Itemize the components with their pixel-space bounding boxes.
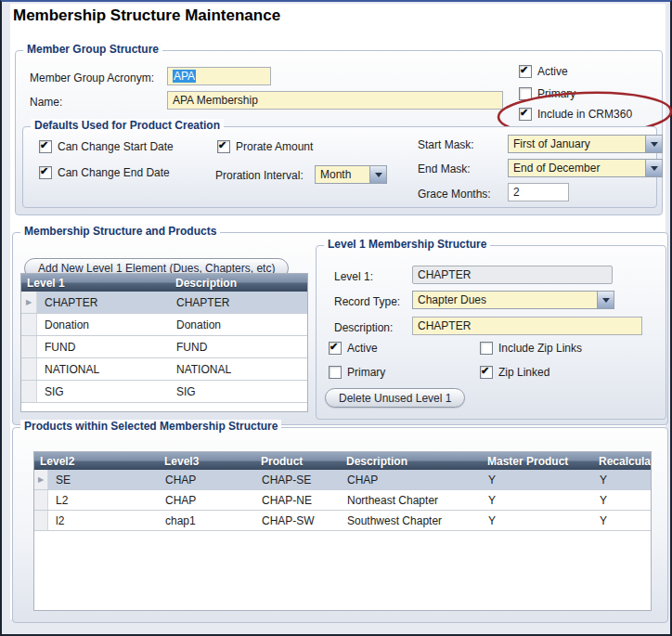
table-cell: l2: [48, 511, 160, 530]
include-crm360-checkbox-label: Include in CRM360: [537, 108, 632, 121]
grace-months-input[interactable]: 2: [508, 183, 569, 201]
can-change-start-date-checkbox[interactable]: Can Change Start Date: [39, 140, 174, 153]
table-row[interactable]: DonationDonation: [21, 314, 307, 336]
table-cell: Northeast Chapter: [342, 490, 483, 510]
description-label: Description:: [334, 321, 393, 334]
proration-interval-select[interactable]: Month: [315, 165, 387, 184]
start-mask-label: Start Mask:: [418, 138, 474, 151]
checkbox-icon: [519, 87, 532, 100]
column-header[interactable]: Level3: [159, 455, 255, 468]
prorate-amount-checkbox[interactable]: Prorate Amount: [217, 140, 313, 153]
level1-table: Level 1Description▶CHAPTERCHAPTERDonatio…: [20, 273, 308, 412]
page-title: Membership Structure Maintenance: [13, 6, 280, 25]
level1-panel-legend: Level 1 Membership Structure: [324, 238, 490, 251]
can-change-start-date-label: Can Change Start Date: [58, 140, 174, 153]
column-header[interactable]: Master Product: [482, 455, 593, 468]
checkbox-icon: [329, 366, 342, 379]
delete-unused-level1-button[interactable]: Delete Unused Level 1: [325, 388, 465, 408]
zip-linked-label: Zip Linked: [498, 366, 549, 379]
level1-active-label: Active: [347, 342, 378, 355]
row-selector[interactable]: [21, 381, 37, 402]
row-selector[interactable]: [34, 490, 48, 510]
dropdown-arrow-icon[interactable]: [597, 292, 614, 308]
application-window: Membership Structure Maintenance Member …: [0, 0, 672, 636]
table-cell: NATIONAL: [176, 358, 307, 380]
start-mask-select[interactable]: First of January: [508, 135, 663, 153]
row-selector[interactable]: ▶: [21, 292, 37, 313]
row-selector[interactable]: [21, 336, 37, 357]
dropdown-arrow-icon[interactable]: [645, 160, 662, 176]
table-cell: FUND: [37, 336, 176, 357]
level1-primary-checkbox[interactable]: Primary: [329, 366, 385, 379]
table-row[interactable]: FUNDFUND: [21, 336, 307, 358]
checkbox-icon: [519, 65, 532, 78]
table-cell: FUND: [176, 336, 307, 357]
table-cell: Y: [594, 511, 651, 530]
active-checkbox[interactable]: Active: [519, 65, 568, 78]
column-header[interactable]: Recalculate: [593, 455, 651, 468]
end-mask-label: End Mask:: [418, 162, 471, 175]
row-selector[interactable]: [21, 358, 37, 380]
include-zip-links-label: Include Zip Links: [498, 342, 582, 355]
table-cell: CHAP: [160, 470, 256, 489]
acronym-input[interactable]: APA: [167, 67, 271, 85]
grid-header: Level2Level3ProductDescriptionMaster Pro…: [34, 452, 651, 470]
table-row[interactable]: ▶SECHAPCHAP-SECHAPYY: [34, 470, 651, 490]
end-mask-value: End of December: [509, 160, 645, 176]
record-type-select[interactable]: Chapter Dues: [412, 291, 614, 309]
selected-text: APA: [173, 70, 196, 83]
dropdown-arrow-icon[interactable]: [369, 166, 386, 183]
level1-active-checkbox[interactable]: Active: [329, 342, 378, 355]
name-label: Name:: [30, 96, 62, 109]
checkbox-icon: [39, 166, 52, 179]
proration-interval-value: Month: [316, 166, 369, 183]
table-cell: Southwest Chapter: [342, 511, 483, 530]
table-row[interactable]: SIGSIG: [21, 381, 307, 403]
end-mask-select[interactable]: End of December: [508, 159, 663, 177]
can-change-end-date-checkbox[interactable]: Can Change End Date: [39, 166, 170, 179]
defaults-legend: Defaults Used for Product Creation: [31, 119, 224, 132]
table-cell: CHAPTER: [37, 292, 176, 313]
zip-linked-checkbox[interactable]: Zip Linked: [480, 366, 549, 379]
primary-checkbox-label: Primary: [537, 87, 575, 100]
include-crm360-checkbox[interactable]: Include in CRM360: [519, 108, 632, 121]
column-header[interactable]: Description: [175, 277, 307, 290]
checkbox-icon: [519, 108, 532, 121]
primary-checkbox[interactable]: Primary: [519, 87, 575, 100]
column-header[interactable]: Description: [341, 455, 482, 468]
table-cell: CHAP-SW: [256, 511, 342, 530]
name-input[interactable]: APA Membership: [167, 91, 503, 110]
table-cell: CHAP-NE: [256, 490, 342, 510]
membership-structure-legend: Membership Structure and Products: [20, 225, 220, 238]
table-row[interactable]: ▶CHAPTERCHAPTER: [21, 292, 307, 314]
include-zip-links-checkbox[interactable]: Include Zip Links: [480, 342, 582, 355]
column-header[interactable]: Level 1: [21, 277, 175, 290]
row-selector[interactable]: [34, 511, 48, 530]
row-selector-arrow-icon: ▶: [26, 299, 32, 306]
description-input[interactable]: CHAPTER: [412, 317, 642, 335]
table-row[interactable]: L2CHAPCHAP-NENortheast ChapterYY: [34, 490, 651, 511]
checkbox-icon: [329, 342, 342, 355]
row-selector-arrow-icon: ▶: [38, 476, 44, 484]
checkbox-icon: [480, 366, 493, 379]
row-selector[interactable]: ▶: [34, 470, 48, 489]
table-cell: Donation: [176, 314, 307, 335]
table-cell: Y: [594, 490, 651, 510]
table-row[interactable]: l2chap1CHAP-SWSouthwest ChapterYY: [34, 511, 651, 531]
table-cell: Y: [594, 470, 651, 489]
member-group-structure-legend: Member Group Structure: [23, 43, 162, 56]
row-selector[interactable]: [21, 314, 37, 335]
record-type-value: Chapter Dues: [413, 292, 597, 308]
column-header[interactable]: Product: [255, 455, 341, 468]
level1-label: Level 1:: [334, 270, 373, 283]
table-cell: Y: [483, 511, 594, 530]
dropdown-arrow-icon[interactable]: [645, 136, 662, 152]
active-checkbox-label: Active: [537, 65, 568, 78]
level1-primary-label: Primary: [347, 366, 385, 379]
table-cell: CHAP: [342, 470, 483, 489]
column-header[interactable]: Level2: [34, 455, 159, 468]
table-cell: chap1: [160, 511, 256, 530]
table-cell: Donation: [37, 314, 176, 335]
table-row[interactable]: NATIONALNATIONAL: [21, 358, 307, 381]
table-cell: CHAPTER: [176, 292, 307, 313]
